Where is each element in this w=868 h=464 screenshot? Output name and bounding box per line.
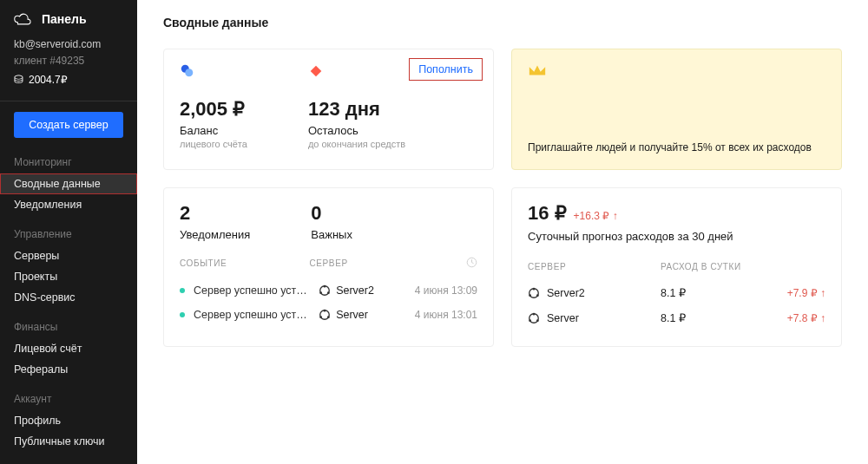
balance-label: Баланс (180, 124, 247, 137)
coins-icon: ⛁ (14, 71, 23, 88)
notifications-count: 2 (180, 202, 250, 225)
forecast-amount: 16 ₽ (528, 202, 567, 225)
expense-delta: +7.8 ₽ ↑ (765, 312, 825, 324)
col-delta (765, 262, 825, 271)
balance-card: Пополнить 2,005 ₽ Баланс лицевого счёта … (163, 49, 494, 170)
logo-icon (14, 13, 33, 25)
clock-icon (466, 257, 477, 268)
svg-point-19 (536, 319, 539, 322)
server-name: Server (547, 312, 579, 324)
promo-card[interactable]: Приглашайте людей и получайте 15% от все… (511, 49, 842, 170)
server-name: Server (336, 309, 368, 321)
col-event: СОБЫТИЕ (180, 258, 310, 268)
days-sublabel: до окончания средств (308, 139, 405, 149)
account-balance-value: 2004.7₽ (29, 72, 68, 88)
days-value: 123 дня (308, 98, 405, 121)
svg-point-16 (529, 294, 531, 297)
server-name: Server2 (547, 287, 585, 299)
col-rate: РАСХОД В СУТКИ (661, 262, 765, 271)
app-title: Панель (42, 12, 87, 26)
svg-point-6 (324, 285, 326, 288)
svg-point-1 (185, 69, 193, 76)
days-icon (308, 63, 324, 79)
account-block: kb@serveroid.com клиент #49235 ⛁ 2004.7₽ (0, 36, 137, 101)
forecast-sub: Суточный прогноз расходов за 30 дней (528, 230, 825, 243)
col-server: СЕРВЕР (310, 258, 400, 268)
expense-row[interactable]: Server2 8.1 ₽ +7.9 ₽ ↑ (528, 280, 825, 305)
expense-rate: 8.1 ₽ (661, 311, 765, 324)
nav-item-public-keys[interactable]: Публичные ключи (0, 431, 137, 452)
svg-point-12 (319, 316, 322, 318)
expense-rate: 8.1 ₽ (661, 286, 765, 299)
promo-text: Приглашайте людей и получайте 15% от все… (528, 141, 825, 154)
svg-point-11 (327, 316, 330, 318)
crown-icon (528, 63, 547, 77)
nav-item-account-balance[interactable]: Лицевой счёт (0, 338, 137, 359)
event-text: Сервер успешно устано... (194, 284, 319, 297)
balance-icon (180, 63, 195, 79)
col-server: СЕРВЕР (528, 262, 661, 271)
notifications-card: 2 Уведомления 0 Важных СОБЫТИЕ СЕРВЕР Се… (163, 187, 494, 347)
svg-marker-3 (529, 66, 545, 75)
ubuntu-icon (319, 284, 331, 297)
days-label: Осталось (308, 124, 405, 137)
svg-point-8 (319, 291, 322, 294)
account-balance: ⛁ 2004.7₽ (14, 71, 123, 88)
nav-item-notifications[interactable]: Уведомления (0, 194, 137, 215)
important-count: 0 (311, 202, 352, 225)
expense-row[interactable]: Server 8.1 ₽ +7.8 ₽ ↑ (528, 305, 825, 330)
nav-section-account: Аккаунт (0, 390, 137, 410)
nav-item-projects[interactable]: Проекты (0, 266, 137, 287)
notifications-label: Уведомления (180, 228, 250, 241)
nav-item-summary[interactable]: Сводные данные (0, 173, 137, 194)
forecast-card: 16 ₽ +16.3 ₽ ↑ Суточный прогноз расходов… (511, 187, 842, 347)
nav-item-referrals[interactable]: Рефералы (0, 359, 137, 380)
nav-item-servers[interactable]: Серверы (0, 245, 137, 266)
ubuntu-icon (528, 287, 540, 299)
svg-point-10 (324, 310, 326, 312)
status-dot-icon (180, 288, 185, 293)
notification-row[interactable]: Сервер успешно устано... Server 4 июня 1… (180, 303, 477, 327)
svg-point-15 (536, 294, 539, 297)
important-label: Важных (311, 228, 352, 241)
expense-delta: +7.9 ₽ ↑ (765, 287, 825, 299)
nav-section-management: Управление (0, 225, 137, 245)
create-server-button[interactable]: Создать сервер (14, 112, 123, 138)
event-time: 4 июня 13:09 (399, 284, 477, 297)
balance-sublabel: лицевого счёта (180, 139, 247, 149)
page-title: Сводные данные (163, 16, 842, 29)
nav-section-monitoring: Мониторинг (0, 154, 137, 173)
divider (0, 101, 137, 101)
topup-link[interactable]: Пополнить (409, 58, 483, 81)
ubuntu-icon (528, 312, 540, 324)
status-dot-icon (180, 312, 185, 317)
sidebar: Панель kb@serveroid.com клиент #49235 ⛁ … (0, 0, 137, 464)
svg-point-14 (533, 287, 536, 290)
svg-point-20 (529, 319, 531, 322)
ubuntu-icon (319, 309, 331, 321)
event-time: 4 июня 13:01 (399, 309, 477, 321)
col-time (399, 257, 477, 270)
forecast-delta: +16.3 ₽ ↑ (574, 210, 618, 222)
account-client: клиент #49235 (14, 53, 123, 69)
notification-row[interactable]: Сервер успешно устано... Server2 4 июня … (180, 278, 477, 303)
nav-item-dns[interactable]: DNS-сервис (0, 287, 137, 308)
server-name: Server2 (336, 284, 374, 297)
event-text: Сервер успешно устано... (194, 309, 319, 321)
svg-point-18 (533, 312, 536, 315)
balance-value: 2,005 ₽ (180, 98, 247, 121)
nav-item-profile[interactable]: Профиль (0, 410, 137, 431)
nav-section-finance: Финансы (0, 318, 137, 338)
main-content: Сводные данные Пополнить 2,005 ₽ Баланс … (137, 0, 868, 464)
svg-point-7 (327, 291, 330, 294)
svg-marker-2 (311, 66, 322, 77)
account-email: kb@serveroid.com (14, 36, 123, 53)
